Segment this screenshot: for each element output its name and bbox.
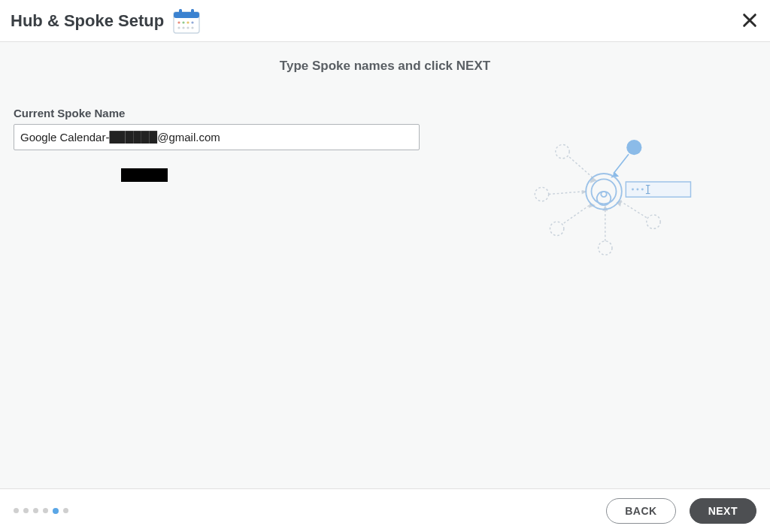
- svg-point-7: [192, 21, 194, 23]
- svg-line-21: [620, 201, 647, 218]
- svg-line-18: [549, 192, 584, 195]
- svg-point-5: [183, 21, 185, 23]
- calendar-icon: [171, 8, 202, 35]
- back-button[interactable]: BACK: [606, 498, 675, 524]
- svg-point-15: [599, 241, 612, 255]
- close-icon[interactable]: [740, 11, 759, 30]
- wizard-title: Hub & Spoke Setup: [11, 11, 164, 31]
- next-button[interactable]: NEXT: [690, 498, 756, 524]
- svg-point-6: [187, 21, 189, 23]
- step-dot: [63, 508, 68, 513]
- step-dot: [43, 508, 48, 513]
- svg-line-19: [564, 204, 592, 223]
- wizard-footer: BACK NEXT: [0, 488, 770, 532]
- svg-point-14: [550, 222, 563, 235]
- svg-line-17: [569, 157, 593, 177]
- hub-spoke-diagram: [529, 132, 695, 260]
- svg-point-27: [626, 140, 641, 155]
- redaction-block: [121, 168, 168, 182]
- svg-point-13: [535, 187, 548, 201]
- svg-point-33: [632, 189, 634, 191]
- wizard-content: Type Spoke names and click NEXT Current …: [0, 42, 770, 488]
- svg-point-34: [636, 189, 638, 191]
- svg-point-11: [192, 26, 194, 29]
- instructions-text: Type Spoke names and click NEXT: [14, 59, 756, 74]
- wizard-header: Hub & Spoke Setup: [0, 0, 770, 42]
- svg-point-9: [183, 26, 185, 29]
- spoke-name-form: Current Spoke Name: [14, 107, 435, 150]
- svg-point-8: [178, 26, 180, 29]
- footer-buttons: BACK NEXT: [606, 498, 756, 524]
- svg-point-16: [647, 215, 660, 228]
- step-indicator: [14, 508, 68, 514]
- step-dot: [33, 508, 38, 513]
- spoke-name-label: Current Spoke Name: [14, 107, 435, 119]
- svg-rect-2: [179, 9, 182, 15]
- svg-point-35: [641, 189, 644, 191]
- svg-rect-32: [626, 182, 690, 197]
- step-dot: [14, 508, 19, 513]
- svg-point-4: [178, 21, 180, 23]
- svg-rect-3: [191, 9, 194, 15]
- svg-point-10: [187, 26, 189, 29]
- spoke-name-input[interactable]: [14, 124, 420, 150]
- step-dot-active: [53, 508, 59, 514]
- step-dot: [23, 508, 29, 513]
- svg-rect-1: [174, 12, 199, 18]
- svg-line-28: [614, 154, 629, 174]
- svg-point-12: [556, 144, 569, 158]
